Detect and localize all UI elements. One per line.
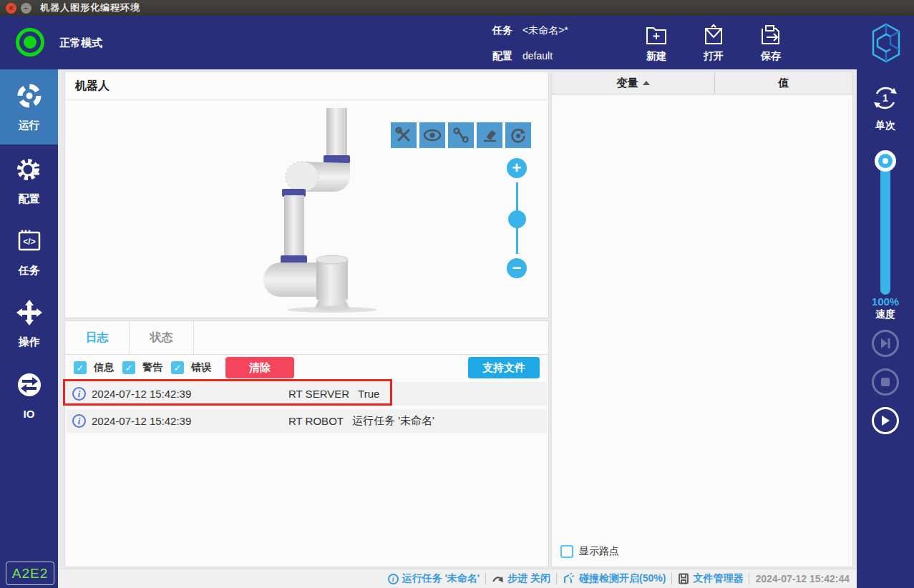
status-running-task[interactable]: i 运行任务 '未命名': [388, 572, 480, 585]
robot-view-toolbar: [391, 122, 531, 148]
log-source: RT SERVER: [288, 388, 349, 400]
eye-icon[interactable]: [419, 122, 445, 148]
cycle-once-label: 单次: [857, 119, 914, 132]
sidebar-item-io[interactable]: IO: [0, 359, 58, 431]
log-panel: 日志 状态 ✓ 信息 ✓ 警告 ✓ 错误 清除 支持文件 i 2024-07-1…: [64, 320, 549, 567]
status-separator: [556, 573, 557, 584]
log-source: RT ROBOT: [288, 415, 344, 427]
sidebar-item-operate[interactable]: 操作: [0, 288, 58, 359]
zoom-in-icon[interactable]: +: [507, 158, 527, 178]
status-time: 2024-07-12 15:42:44: [755, 573, 850, 584]
config-key: 配置: [492, 50, 512, 63]
open-task-button[interactable]: 打开: [689, 23, 739, 63]
window-title: 机器人图形化编程环境: [40, 1, 140, 14]
window-titlebar: ✕ − 机器人图形化编程环境: [0, 0, 914, 16]
sort-asc-icon: [643, 81, 650, 85]
sidebar-item-config[interactable]: 配置: [0, 144, 58, 216]
run-icon: [15, 82, 44, 113]
variable-table-body: [552, 94, 852, 524]
zoom-out-icon[interactable]: −: [507, 258, 527, 278]
status-file-manager[interactable]: 文件管理器: [678, 572, 743, 585]
eraser-icon[interactable]: [477, 122, 502, 148]
sidebar-item-label: 运行: [19, 119, 40, 132]
path-icon[interactable]: [448, 122, 474, 148]
version-badge: A2E2: [6, 562, 54, 585]
tab-status[interactable]: 状态: [130, 321, 194, 354]
speed-label: 速度: [857, 308, 914, 321]
stop-button[interactable]: [872, 368, 899, 396]
sidebar-item-label: 操作: [19, 335, 40, 349]
zoom-slider-track[interactable]: [516, 182, 518, 254]
log-filterbar: ✓ 信息 ✓ 警告 ✓ 错误 清除 支持文件: [65, 355, 548, 381]
status-step-mode[interactable]: 步进 关闭: [492, 572, 550, 585]
sidebar-item-task[interactable]: </> 任务: [0, 216, 58, 288]
save-task-label: 保存: [746, 50, 796, 63]
show-waypoints-label: 显示路点: [579, 545, 619, 558]
log-row[interactable]: i 2024-07-12 15:42:39 RT SERVER True: [67, 382, 547, 406]
tools-icon[interactable]: [391, 122, 417, 148]
support-files-button[interactable]: 支持文件: [468, 357, 540, 378]
sidebar-item-run[interactable]: 运行: [0, 69, 58, 144]
clear-log-button[interactable]: 清除: [225, 357, 294, 378]
log-time: 2024-07-12 15:42:39: [92, 388, 217, 400]
speed-slider-track[interactable]: [880, 159, 890, 295]
status-separator: [671, 573, 672, 584]
step-forward-button[interactable]: [872, 330, 899, 357]
svg-text:</>: </>: [23, 237, 35, 247]
log-time: 2024-07-12 15:42:39: [92, 415, 217, 427]
reset-view-icon[interactable]: [505, 122, 531, 148]
save-floppy-icon: [746, 23, 796, 47]
filter-warning-checkbox[interactable]: ✓: [122, 361, 135, 374]
status-collision-detect[interactable]: 碰撞检测开启(50%): [563, 572, 666, 585]
filter-info-label: 信息: [94, 361, 114, 374]
file-manager-icon: [678, 573, 689, 584]
log-row[interactable]: i 2024-07-12 15:42:39 RT ROBOT 运行任务 '未命名…: [67, 409, 547, 433]
info-icon: i: [72, 387, 86, 401]
column-variable[interactable]: 变量: [552, 72, 715, 94]
speed-slider-handle[interactable]: [875, 150, 896, 172]
task-key: 任务: [492, 24, 512, 37]
io-icon: [15, 371, 44, 402]
tab-log[interactable]: 日志: [65, 321, 130, 354]
cycle-once-icon: 1: [870, 82, 901, 114]
step-forward-icon: [879, 337, 892, 350]
stop-icon: [880, 377, 890, 387]
sidebar-item-label: 任务: [19, 264, 40, 278]
window-minimize-icon[interactable]: −: [21, 3, 31, 14]
variable-panel: 变量 值 显示路点: [551, 72, 853, 567]
show-waypoints-row: 显示路点: [560, 545, 619, 558]
window-close-icon[interactable]: ✕: [6, 3, 16, 14]
config-value: default: [522, 50, 553, 63]
robot-panel-title: 机器人: [65, 72, 548, 100]
status-separator: [485, 573, 486, 584]
status-separator: [749, 573, 749, 584]
zoom-slider-handle[interactable]: [508, 210, 526, 228]
filter-error-checkbox[interactable]: ✓: [171, 361, 184, 374]
mode-label: 正常模式: [59, 36, 102, 50]
column-value[interactable]: 值: [715, 72, 852, 94]
open-envelope-icon: [689, 23, 739, 47]
run-control-sidebar: 1 单次 100% 速度: [857, 69, 914, 588]
operate-icon: [15, 298, 44, 330]
log-message: 运行任务 '未命名': [352, 414, 434, 428]
open-task-label: 打开: [689, 50, 739, 63]
app-header: 正常模式 任务 <未命名>* 配置 default 新建 打开 保存: [0, 16, 914, 69]
save-task-button[interactable]: 保存: [746, 23, 796, 63]
log-tabs: 日志 状态: [65, 321, 548, 355]
app-logo: [869, 21, 903, 67]
view-zoom-controls: + −: [506, 158, 528, 278]
task-value: <未命名>*: [522, 24, 568, 37]
show-waypoints-checkbox[interactable]: [560, 545, 573, 558]
step-mode-icon: [492, 574, 504, 584]
status-bar: i 运行任务 '未命名' 步进 关闭 碰撞检测开启(50%) 文件管理器 202…: [58, 569, 857, 588]
play-button[interactable]: [872, 407, 899, 434]
collision-icon: [563, 573, 575, 584]
sidebar-item-label: 配置: [19, 192, 40, 206]
filter-warning-label: 警告: [142, 361, 162, 374]
task-icon: </>: [15, 227, 44, 258]
info-icon: i: [72, 414, 86, 428]
sidebar-item-label: IO: [24, 408, 35, 420]
filter-info-checkbox[interactable]: ✓: [74, 361, 87, 374]
cycle-once-button[interactable]: 1 单次: [857, 82, 914, 132]
new-task-button[interactable]: 新建: [631, 23, 681, 63]
